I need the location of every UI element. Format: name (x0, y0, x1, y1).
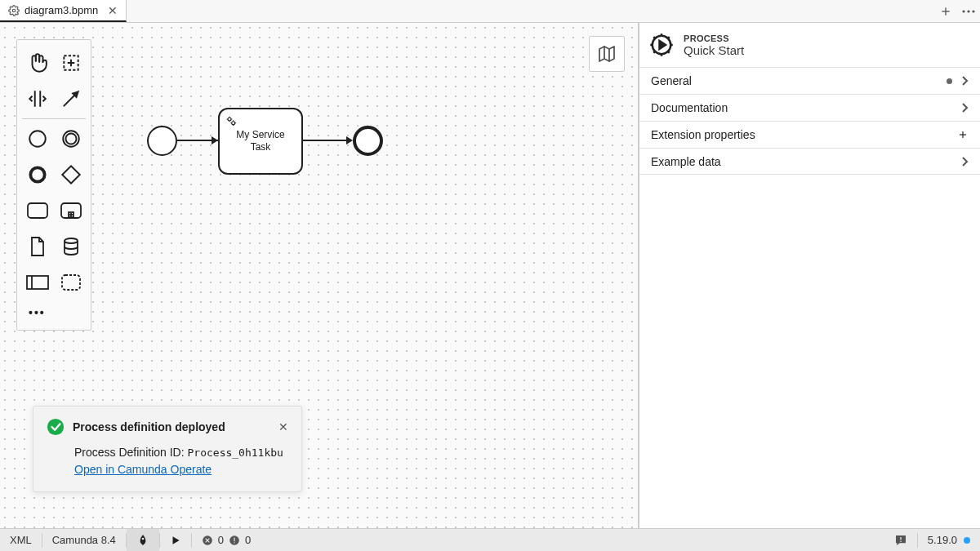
chevron-right-icon (960, 102, 969, 113)
create-intermediate-event[interactable] (54, 121, 87, 157)
panel-title: Quick Start (684, 43, 744, 57)
svg-point-3 (962, 10, 964, 12)
svg-rect-54 (900, 540, 901, 541)
create-pool[interactable] (20, 264, 54, 300)
section-label: Extension properties (651, 128, 755, 141)
svg-point-32 (47, 419, 64, 435)
panel-header: PROCESS Quick Start (639, 23, 980, 67)
create-end-event[interactable] (20, 157, 54, 193)
svg-marker-46 (172, 536, 179, 544)
toast-id-value: Process_0h11kbu (188, 447, 283, 459)
bpmn-sequence-flow[interactable] (303, 140, 350, 141)
minimap-toggle[interactable] (589, 36, 625, 72)
svg-point-4 (967, 10, 969, 12)
svg-marker-27 (599, 47, 614, 61)
close-icon[interactable]: ✕ (278, 420, 288, 433)
panel-overline: PROCESS (684, 33, 744, 43)
global-connect-tool[interactable] (54, 81, 87, 117)
open-in-operate-link[interactable]: Open in Camunda Operate (74, 463, 212, 476)
problems-toggle[interactable]: 0 0 (192, 529, 261, 551)
update-dot-icon (964, 537, 970, 544)
properties-panel: PROCESS Quick Start General Documentatio… (639, 23, 980, 528)
svg-point-30 (228, 118, 231, 121)
palette-separator (22, 118, 86, 119)
run-button[interactable] (160, 529, 191, 551)
svg-point-13 (29, 131, 46, 147)
tab-title: diagram3.bpmn (24, 4, 98, 16)
section-label: General (651, 74, 692, 87)
create-task[interactable] (20, 193, 54, 229)
section-extension-properties[interactable]: Extension properties (639, 121, 980, 148)
create-data-store[interactable] (54, 229, 87, 264)
svg-point-23 (65, 238, 78, 243)
close-icon[interactable]: ✕ (108, 4, 118, 17)
service-task-icon (225, 114, 238, 127)
bpmn-service-task[interactable]: My Service Task (218, 108, 303, 175)
modified-dot-icon (947, 78, 952, 84)
platform-selector[interactable]: Camunda 8.4 (42, 529, 126, 551)
arrow-icon (346, 136, 353, 144)
svg-rect-51 (234, 537, 234, 541)
warning-icon (229, 535, 240, 546)
gear-icon (8, 5, 20, 16)
create-group[interactable] (54, 264, 87, 300)
create-data-object[interactable] (20, 229, 54, 264)
canvas-wrap: ••• My Service Task (0, 23, 639, 528)
svg-rect-53 (900, 537, 901, 540)
space-tool[interactable] (20, 81, 54, 117)
process-icon (649, 33, 674, 57)
toast-id-label: Process Definition ID: (74, 446, 188, 459)
tab-diagram[interactable]: diagram3.bpmn ✕ (0, 0, 127, 22)
chevron-right-icon (960, 75, 969, 87)
tab-overflow-button[interactable] (957, 0, 980, 22)
section-example-data[interactable]: Example data (639, 148, 980, 175)
chevron-right-icon (960, 156, 969, 167)
svg-point-31 (232, 122, 235, 125)
create-start-event[interactable] (20, 121, 54, 157)
svg-point-0 (12, 9, 16, 12)
section-label: Example data (651, 155, 721, 168)
feedback-button[interactable] (884, 529, 917, 551)
svg-point-16 (30, 167, 44, 181)
svg-point-15 (65, 134, 76, 144)
deploy-success-toast: Process definition deployed ✕ Process De… (33, 406, 302, 492)
error-count: 0 (218, 534, 224, 546)
version-indicator[interactable]: 5.19.0 (918, 529, 980, 551)
bpmn-canvas[interactable]: ••• My Service Task (0, 23, 638, 528)
new-tab-button[interactable] (934, 0, 957, 22)
create-gateway[interactable] (54, 157, 87, 193)
svg-rect-26 (62, 275, 80, 290)
error-icon (202, 535, 213, 546)
arrow-icon (212, 136, 218, 144)
svg-rect-17 (62, 166, 79, 183)
warning-count: 0 (245, 534, 251, 546)
svg-point-5 (972, 10, 974, 12)
bpmn-end-event[interactable] (353, 126, 383, 156)
svg-marker-34 (660, 41, 666, 49)
svg-rect-18 (28, 203, 47, 218)
bpmn-task-label: My Service Task (236, 129, 284, 153)
deploy-button[interactable] (127, 529, 159, 551)
svg-rect-52 (234, 542, 234, 543)
svg-point-45 (141, 537, 144, 540)
toast-title: Process definition deployed (73, 420, 225, 433)
status-bar: XML Camunda 8.4 0 0 5.19.0 (0, 528, 980, 551)
bpmn-start-event[interactable] (147, 126, 177, 156)
version-text: 5.19.0 (928, 534, 957, 546)
success-icon (47, 418, 65, 436)
tool-palette: ••• (16, 39, 91, 331)
xml-toggle[interactable]: XML (0, 529, 42, 551)
section-general[interactable]: General (639, 67, 980, 94)
svg-rect-24 (27, 276, 48, 289)
palette-more[interactable]: ••• (20, 300, 87, 325)
section-label: Documentation (651, 101, 728, 114)
lasso-tool[interactable] (54, 45, 87, 81)
section-documentation[interactable]: Documentation (639, 94, 980, 121)
tab-bar: diagram3.bpmn ✕ (0, 0, 980, 23)
plus-icon[interactable] (957, 129, 969, 140)
tab-spacer (127, 0, 934, 22)
main-area: ••• My Service Task (0, 23, 980, 528)
hand-tool[interactable] (20, 45, 54, 81)
create-subprocess[interactable] (54, 193, 87, 229)
